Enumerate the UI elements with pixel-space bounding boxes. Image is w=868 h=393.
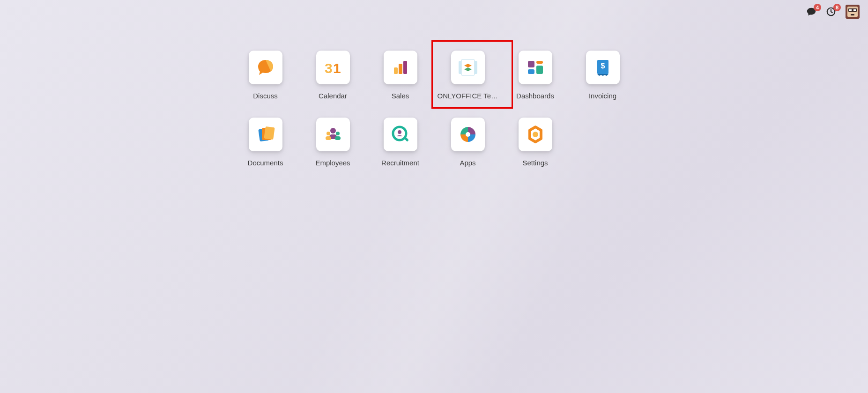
app-tile-dashboards[interactable]: Dashboards	[502, 51, 569, 100]
svg-rect-5	[853, 9, 856, 11]
app-tile-documents[interactable]: Documents	[232, 118, 299, 167]
app-tile-discuss[interactable]: Discuss	[232, 51, 299, 100]
svg-point-34	[533, 132, 538, 137]
svg-rect-28	[335, 136, 341, 140]
svg-rect-26	[326, 136, 331, 140]
app-label: Apps	[460, 159, 475, 167]
svg-point-25	[326, 132, 330, 135]
app-icon-box	[249, 51, 282, 84]
app-icon-box	[519, 118, 552, 151]
app-icon-box	[249, 118, 282, 151]
settings-icon	[525, 124, 546, 145]
app-icon-box	[384, 118, 417, 151]
app-icon-box	[451, 118, 485, 151]
app-label: Dashboards	[516, 92, 554, 100]
svg-rect-9	[394, 67, 398, 74]
svg-point-32	[466, 132, 470, 137]
app-label: Sales	[392, 92, 409, 100]
app-label: Settings	[522, 159, 548, 167]
svg-rect-22	[264, 126, 274, 140]
avatar[interactable]	[846, 5, 860, 19]
app-icon-box	[384, 51, 417, 84]
app-icon-box	[519, 51, 552, 84]
app-icon-box: $	[586, 51, 620, 84]
app-tile-recruitment[interactable]: Recruitment	[367, 118, 434, 167]
messages-badge: 4	[814, 4, 821, 11]
app-tile-calendar[interactable]: 3 1 Calendar	[299, 51, 367, 100]
svg-rect-15	[536, 61, 543, 64]
app-tile-employees[interactable]: Employees	[299, 118, 367, 167]
app-icon-box: 3 1	[316, 51, 350, 84]
svg-rect-16	[528, 69, 534, 74]
documents-icon	[255, 124, 276, 145]
invoicing-icon: $	[593, 57, 613, 78]
dashboards-icon	[525, 57, 546, 78]
app-tile-settings[interactable]: Settings	[502, 118, 569, 167]
messages-button[interactable]: 4	[806, 7, 816, 17]
app-label: Invoicing	[589, 92, 616, 100]
svg-text:3: 3	[325, 60, 333, 76]
app-tile-apps[interactable]: Apps	[434, 118, 502, 167]
app-label: Documents	[248, 159, 283, 167]
app-tile-onlyoffice[interactable]: ONLYOFFICE Tem…	[434, 51, 502, 100]
activity-badge: 8	[833, 4, 841, 11]
svg-rect-6	[851, 14, 854, 15]
svg-rect-11	[403, 61, 407, 74]
activity-button[interactable]: 8	[826, 7, 836, 17]
app-label: Employees	[315, 159, 350, 167]
app-label: Discuss	[253, 92, 278, 100]
app-grid: Discuss 3 1 Calendar Sales	[232, 51, 637, 167]
svg-rect-17	[536, 66, 543, 74]
app-tile-sales[interactable]: Sales	[367, 51, 434, 100]
svg-text:$: $	[601, 62, 605, 70]
apps-icon	[458, 124, 478, 145]
svg-point-30	[398, 130, 401, 134]
svg-point-23	[330, 128, 336, 133]
svg-text:1: 1	[333, 60, 341, 76]
onlyoffice-icon	[457, 58, 479, 77]
app-label: ONLYOFFICE Tem…	[438, 92, 498, 100]
sales-icon	[390, 57, 411, 78]
discuss-icon	[255, 57, 276, 78]
svg-point-27	[336, 132, 340, 135]
app-icon-box	[316, 118, 350, 151]
app-icon-box	[451, 51, 485, 84]
topbar: 4 8	[806, 5, 860, 19]
app-label: Recruitment	[381, 159, 419, 167]
recruitment-icon	[390, 124, 411, 145]
app-tile-invoicing[interactable]: $ Invoicing	[569, 51, 637, 100]
svg-rect-14	[528, 61, 534, 67]
employees-icon	[323, 124, 343, 145]
svg-rect-10	[399, 64, 402, 74]
app-label: Calendar	[319, 92, 347, 100]
calendar-icon: 3 1	[323, 57, 343, 78]
avatar-icon	[846, 5, 860, 19]
svg-rect-4	[849, 9, 852, 11]
